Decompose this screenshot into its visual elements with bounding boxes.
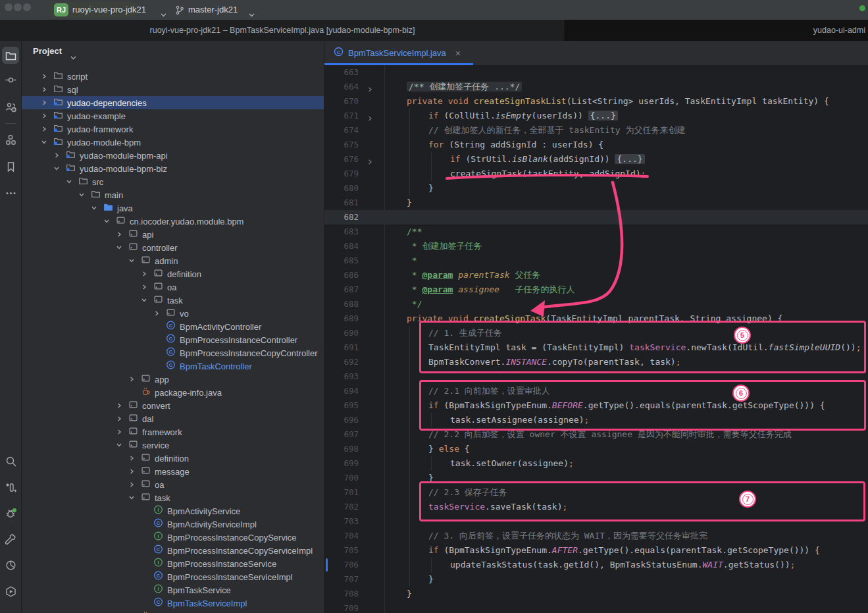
code-line-700[interactable]: 700} [324,471,868,485]
tree-item-service[interactable]: service [22,439,324,452]
traffic-light-minimize-icon[interactable] [14,3,22,11]
tree-item-dal[interactable]: dal [22,412,324,425]
traffic-light-close-icon[interactable] [5,3,13,11]
commit-icon[interactable] [2,71,19,88]
code-line-695[interactable]: 695if (BpmTaskSignTypeEnum.BEFORE.getTyp… [324,398,868,413]
code-line-685[interactable]: 685 * [324,253,868,268]
chevron-right-icon[interactable] [116,400,122,412]
chevron-down-icon[interactable] [103,215,110,227]
chevron-down-icon[interactable] [116,242,122,253]
search-icon[interactable] [2,452,19,469]
code-line-697[interactable]: 697// 2.2 向后加签，设置 owner 不设置 assignee 是因为… [324,427,868,442]
chevron-right-icon[interactable] [128,479,135,491]
code-line-698[interactable]: 698} else { [324,442,868,456]
code-line-670[interactable]: 670private void createSignTaskList(List<… [324,94,868,109]
chevron-down-icon[interactable] [141,294,147,306]
chevron-down-icon[interactable] [116,439,122,451]
line-number-676[interactable]: 676 [324,152,359,167]
chevron-right-icon[interactable] [41,97,47,109]
tree-item-bpmtaskcontroller[interactable]: CBpmTaskController [22,360,324,373]
code-line-675[interactable]: 675for (String addSignId : userIds) { [324,138,868,152]
line-number-685[interactable]: 685 [324,253,359,268]
tree-item-package-info-java[interactable]: package-info.java [22,610,324,613]
line-number-698[interactable]: 698 [324,442,359,456]
code-line-682[interactable]: 682 [324,210,868,225]
tree-item-bpmtaskserviceimpl[interactable]: CBpmTaskServiceImpl [22,597,324,610]
code-line-691[interactable]: 691TaskEntityImpl task = (TaskEntityImpl… [324,340,868,355]
line-number-664[interactable]: 664 [324,80,359,94]
line-number-688[interactable]: 688 [324,297,359,311]
code-line-684[interactable]: 684 * 创建加签子任务 [324,239,868,253]
tree-item-main[interactable]: main [22,188,324,201]
tree-item-java[interactable]: java [22,201,324,215]
code-line-664[interactable]: 664/** 创建加签子任务 ...*/ [324,80,868,94]
chevron-right-icon[interactable] [116,413,122,425]
todo-icon[interactable] [2,479,19,496]
chevron-right-icon[interactable] [153,307,160,319]
chevron-right-icon[interactable] [41,110,47,122]
line-number-689[interactable]: 689 [324,311,359,326]
tree-item-vo[interactable]: vo [22,307,324,320]
line-number-706[interactable]: 706 [324,558,359,572]
tree-item-convert[interactable]: convert [22,399,324,412]
chevron-right-icon[interactable] [41,70,47,82]
tree-item-src[interactable]: src [22,175,324,188]
chevron-down-icon[interactable] [53,163,60,174]
build-icon[interactable] [2,530,19,547]
tree-item-definition[interactable]: definition [22,267,324,280]
line-number-694[interactable]: 694 [324,384,359,398]
tree-item-bpmprocessinstancecopyserviceimpl[interactable]: CBpmProcessInstanceCopyServiceImpl [22,544,324,557]
code-line-671[interactable]: 671if (CollUtil.isEmpty(userIds)) {...} [324,109,868,123]
code-line-676[interactable]: 676if (StrUtil.isBlank(addSignId)) {...} [324,152,868,167]
pull-requests-icon[interactable]: ? [2,98,19,115]
tree-item-bpmactivityservice[interactable]: IBpmActivityService [22,504,324,518]
bookmarks-icon[interactable] [2,158,19,175]
code-line-663[interactable]: 663 [324,65,868,80]
line-number-702[interactable]: 702 [324,500,359,514]
chevron-right-icon[interactable] [41,84,47,95]
chevron-down-icon[interactable] [66,176,72,188]
chevron-right-icon[interactable] [41,123,47,135]
more-icon[interactable] [2,184,19,201]
chevron-down-icon[interactable] [128,492,135,504]
tree-item-bpmactivityserviceimpl[interactable]: CBpmActivityServiceImpl [22,518,324,531]
line-number-679[interactable]: 679 [324,167,359,181]
tree-item-bpmprocessinstancecopycontroller[interactable]: CBpmProcessInstanceCopyController [22,346,324,360]
line-number-709[interactable]: 709 [324,601,359,613]
tree-item-bpmprocessinstancecopyservice[interactable]: IBpmProcessInstanceCopyService [22,531,324,544]
line-number-699[interactable]: 699 [324,456,359,471]
tree-item-yudao-dependencies[interactable]: yudao-dependencies [22,96,324,109]
line-number-695[interactable]: 695 [324,398,359,413]
line-number-704[interactable]: 704 [324,529,359,543]
close-icon[interactable]: × [455,48,461,59]
line-number-693[interactable]: 693 [324,369,359,384]
project-selector[interactable]: ruoyi-vue-pro-jdk21 [72,0,146,20]
code-line-688[interactable]: 688 */ [324,297,868,311]
chevron-right-icon[interactable] [141,281,147,293]
code-line-707[interactable]: 707} [324,572,868,587]
chevron-down-icon[interactable] [91,202,97,214]
tree-item-task[interactable]: task [22,491,324,504]
project-panel-header[interactable]: Project [22,41,324,63]
structure-icon[interactable] [2,131,19,148]
tree-item-sql[interactable]: sql [22,83,324,96]
code-line-674[interactable]: 674// 创建加签人的新任务，全部基于 taskEntity 为父任务来创建 [324,123,868,138]
line-number-681[interactable]: 681 [324,196,359,210]
code-line-703[interactable]: 703 [324,514,868,529]
debug-icon[interactable] [2,504,19,521]
tree-item-definition[interactable]: definition [22,452,324,465]
tree-item-app[interactable]: app [22,373,324,386]
code-line-693[interactable]: 693 [324,369,868,384]
tree-item-controller[interactable]: controller [22,241,324,254]
code-line-706[interactable]: 706updateTaskStatus(task.getId(), BpmTas… [324,558,868,572]
code-line-694[interactable]: 694// 2.1 向前加签，设置审批人 [324,384,868,398]
tree-item-yudao-module-bpm[interactable]: yudao-module-bpm [22,136,324,149]
line-number-701[interactable]: 701 [324,485,359,500]
tree-item-bpmprocessinstanceserviceimpl[interactable]: CBpmProcessInstanceServiceImpl [22,570,324,583]
line-number-691[interactable]: 691 [324,340,359,355]
tab-bpmtaskserviceimpl[interactable]: C BpmTaskServiceImpl.java × [324,41,473,65]
line-number-680[interactable]: 680 [324,181,359,196]
branch-selector[interactable]: master-jdk21 [188,0,238,20]
chevron-right-icon[interactable] [128,452,135,464]
chevron-down-icon[interactable] [70,51,76,63]
